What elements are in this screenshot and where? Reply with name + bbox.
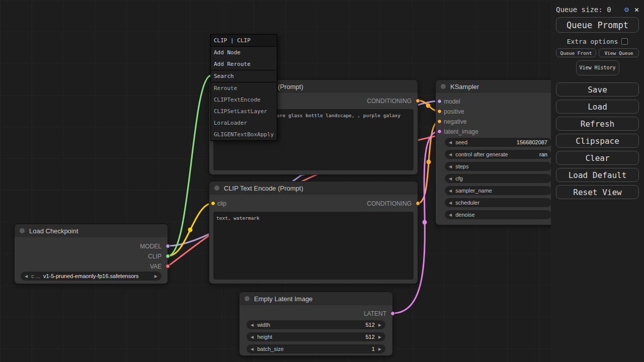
node-title: Load Checkpoint (29, 227, 78, 235)
decrement-arrow-icon[interactable]: ◀ (449, 189, 452, 193)
menu-item-cliptextencode[interactable]: CLIPTextEncode (211, 94, 277, 106)
menu-item-reroute[interactable]: Reroute (211, 82, 277, 94)
conditioning-output: CONDITIONING (367, 97, 418, 105)
widget-label: control after generate (455, 151, 508, 157)
positive-input-slot[interactable] (437, 109, 442, 114)
clear-button[interactable]: Clear (556, 151, 639, 165)
node-header[interactable]: CLIP Text Encode (Prompt) (209, 182, 418, 195)
slot-label: model (444, 98, 460, 105)
view-queue-button[interactable]: View Queue (599, 48, 639, 57)
node-ksampler[interactable]: KSampler model positive negative latent_… (435, 79, 556, 225)
menu-item-add-reroute[interactable]: Add Reroute (211, 58, 277, 70)
height-widget[interactable]: ◀ height 512 ▶ (247, 332, 385, 341)
load-button[interactable]: Load (556, 100, 639, 114)
refresh-button[interactable]: Refresh (556, 117, 639, 131)
load-default-button[interactable]: Load Default (556, 168, 639, 182)
menu-item-add-node[interactable]: Add Node (211, 47, 277, 58)
conditioning-output: CONDITIONING (367, 200, 418, 208)
decrement-arrow-icon[interactable]: ◀ (251, 347, 254, 351)
slot-label: MODEL (140, 243, 162, 250)
latent-output-slot[interactable] (390, 311, 395, 316)
control-after-generate-widget[interactable]: ◀ control after generate ran (445, 150, 551, 159)
clip-output-slot[interactable] (166, 254, 170, 258)
menu-search-input[interactable]: Search (211, 70, 277, 82)
widget-label: sampler_name (455, 188, 492, 194)
node-header[interactable]: KSampler (436, 80, 555, 93)
close-icon[interactable]: ✕ (634, 5, 639, 14)
collapse-dot-icon[interactable] (245, 296, 250, 301)
seed-widget[interactable]: ◀ seed 1566802087 (445, 138, 551, 147)
collapse-dot-icon[interactable] (20, 228, 25, 233)
scheduler-widget[interactable]: ◀ scheduler (445, 198, 551, 207)
conditioning-output-slot[interactable] (416, 201, 420, 206)
context-menu-title: CLIP | CLIP (211, 35, 277, 47)
widget-value: 512 (365, 334, 374, 340)
node-title: KSampler (450, 83, 479, 90)
node-empty-latent-image[interactable]: Empty Latent Image LATENT ◀ width 512 ▶ … (239, 292, 393, 356)
positive-input: positive (436, 108, 464, 116)
queue-front-button[interactable]: Queue Front (556, 48, 596, 57)
prompt-textarea[interactable]: text, watermark (213, 212, 414, 280)
slot-label: latent_image (444, 128, 478, 135)
model-input: model (436, 98, 460, 106)
widget-label: scheduler (455, 200, 479, 206)
slot-label: CONDITIONING (367, 200, 412, 207)
denoise-widget[interactable]: ◀ denoise (445, 210, 551, 219)
cfg-widget[interactable]: ◀ cfg (445, 174, 551, 183)
decrement-arrow-icon[interactable]: ◀ (449, 140, 452, 145)
increment-arrow-icon[interactable]: ▶ (378, 335, 381, 339)
latent-image-input-slot[interactable] (437, 129, 442, 134)
conditioning-output-slot[interactable] (416, 99, 420, 103)
decrement-arrow-icon[interactable]: ◀ (449, 152, 452, 157)
collapse-dot-icon[interactable] (441, 84, 446, 89)
width-widget[interactable]: ◀ width 512 ▶ (247, 320, 385, 329)
collapse-dot-icon[interactable] (214, 186, 219, 191)
increment-arrow-icon[interactable]: ▶ (154, 274, 157, 279)
view-history-button[interactable]: View History (576, 60, 619, 75)
clip-input-slot[interactable] (211, 201, 215, 206)
queue-prompt-button[interactable]: Queue Prompt (556, 17, 639, 33)
negative-input: negative (436, 118, 466, 126)
batch-size-widget[interactable]: ◀ batch_size 1 ▶ (247, 344, 385, 353)
slot-label: positive (444, 108, 464, 115)
reset-view-button[interactable]: Reset View (556, 185, 639, 199)
steps-widget[interactable]: ◀ steps (445, 162, 551, 171)
decrement-arrow-icon[interactable]: ◀ (25, 274, 28, 279)
increment-arrow-icon[interactable]: ▶ (378, 347, 381, 351)
clipspace-button[interactable]: Clipspace (556, 134, 639, 148)
ckpt-name-widget[interactable]: ◀ c ... v1-5-pruned-emaonly-fp16.safeten… (21, 272, 162, 281)
widget-label: steps (455, 163, 468, 169)
widget-value: 512 (365, 322, 374, 328)
queue-size-label: Queue size: 0 (556, 6, 624, 14)
decrement-arrow-icon[interactable]: ◀ (251, 335, 254, 339)
slot-label: negative (444, 118, 466, 125)
decrement-arrow-icon[interactable]: ◀ (449, 213, 452, 217)
menu-item-clipsetlastlayer[interactable]: CLIPSetLastLayer (211, 106, 277, 117)
widget-label: denoise (455, 212, 475, 218)
node-clip-text-encode-2[interactable]: CLIP Text Encode (Prompt) clip CONDITION… (209, 181, 418, 284)
widget-value: 1566802087 (517, 139, 547, 145)
model-output-slot[interactable] (166, 244, 170, 248)
widget-label: batch_size (257, 346, 284, 352)
sampler-name-widget[interactable]: ◀ sampler_name (445, 186, 551, 195)
save-button[interactable]: Save (556, 82, 639, 97)
settings-gear-icon[interactable]: ⚙ (624, 5, 629, 14)
slot-label: clip (217, 200, 226, 207)
decrement-arrow-icon[interactable]: ◀ (449, 176, 452, 181)
decrement-arrow-icon[interactable]: ◀ (449, 201, 452, 205)
decrement-arrow-icon[interactable]: ◀ (251, 323, 254, 327)
app-window: Load Checkpoint MODEL CLIP VAE ◀ c ... v… (0, 0, 644, 362)
menu-item-gligentextboxapply[interactable]: GLIGENTextBoxApply (211, 129, 277, 140)
model-input-slot[interactable] (437, 99, 442, 104)
clip-output: CLIP (148, 252, 168, 260)
increment-arrow-icon[interactable]: ▶ (378, 323, 381, 327)
node-header[interactable]: Empty Latent Image (239, 292, 392, 305)
vae-output-slot[interactable] (166, 264, 170, 268)
node-header[interactable]: Load Checkpoint (15, 224, 168, 237)
widget-value: v1-5-pruned-emaonly-fp16.safetensors (43, 273, 139, 279)
node-load-checkpoint[interactable]: Load Checkpoint MODEL CLIP VAE ◀ c ... v… (14, 224, 168, 284)
decrement-arrow-icon[interactable]: ◀ (449, 164, 452, 169)
menu-item-loraloader[interactable]: LoraLoader (211, 117, 277, 129)
extra-options-checkbox[interactable] (621, 38, 628, 45)
negative-input-slot[interactable] (437, 119, 442, 124)
